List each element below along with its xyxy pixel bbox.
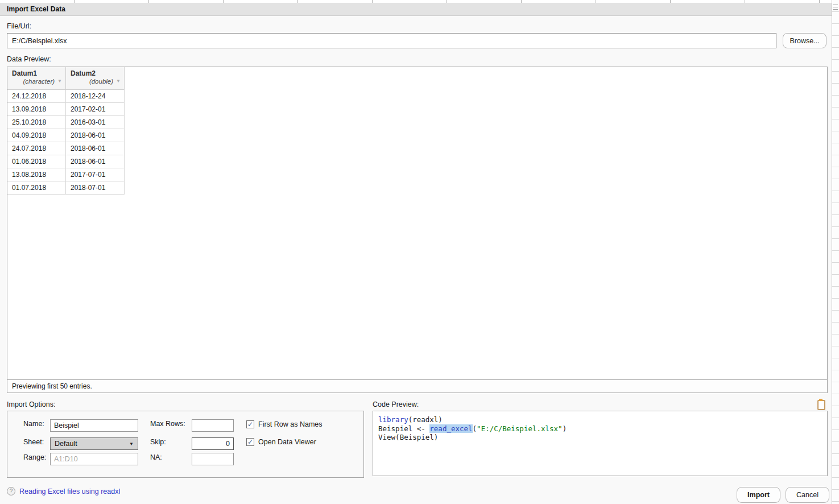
table-cell: 13.08.2018 [7,168,66,181]
help-row: ? Reading Excel files using readxl [7,487,120,495]
checkbox-label: First Row as Names [258,420,323,428]
file-url-label: File/Url: [7,22,31,30]
preview-status-text: Previewing first 50 entries. [7,379,827,393]
max-rows-label: Max Rows: [150,420,185,428]
name-label: Name: [23,420,44,428]
skip-input[interactable] [192,437,234,450]
dialog-titlebar: Import Excel Data [0,3,832,16]
table-cell: 2018-06-01 [66,155,125,168]
table-cell: 24.07.2018 [7,142,66,155]
browse-button[interactable]: Browse... [783,33,826,48]
table-cell: 2016-03-01 [66,116,125,129]
table-column-datum1: Datum1 (character) ▼ 24.12.2018 13.09.20… [7,67,66,195]
help-icon[interactable]: ? [7,487,15,495]
table-cell: 2018-12-24 [66,90,125,103]
highlighted-function: read_excel [429,424,472,433]
data-preview-panel: Datum1 (character) ▼ 24.12.2018 13.09.20… [7,67,828,393]
table-cell: 04.09.2018 [7,129,66,142]
cancel-button[interactable]: Cancel [786,487,829,503]
range-input[interactable] [50,453,138,465]
sheet-label: Sheet: [23,438,44,446]
code-preview-panel: library(readxl) Beispiel <- read_excel("… [373,411,828,476]
table-cell: 01.07.2018 [7,181,66,195]
checkbox-checked-icon: ✓ [246,420,254,428]
code-line: library(readxl) Beispiel <- read_excel("… [378,415,567,441]
import-options-panel: Name: Sheet: Default ▼ Range: Max Rows: … [7,411,364,478]
column-type: (double) [89,78,113,85]
table-cell: 13.09.2018 [7,103,66,116]
table-cell: 25.10.2018 [7,116,66,129]
import-options-label: Import Options: [7,400,55,408]
na-label: NA: [150,453,162,461]
table-cell: 2018-06-01 [66,142,125,155]
table-cell: 01.06.2018 [7,155,66,168]
background-spreadsheet-right-edge [832,0,839,504]
column-name: Datum1 [12,69,62,78]
copy-code-clipboard-icon[interactable] [817,400,825,410]
readxl-help-link[interactable]: Reading Excel files using readxl [19,488,120,495]
import-excel-dialog: Import Excel Data File/Url: Browse... Da… [0,3,832,504]
max-rows-input[interactable] [192,419,234,432]
code-preview-label: Code Preview: [373,400,419,408]
file-url-input[interactable] [7,33,776,48]
table-cell: 24.12.2018 [7,90,66,103]
import-button[interactable]: Import [737,487,780,503]
data-preview-label: Data Preview: [7,55,51,63]
first-row-as-names-checkbox[interactable]: ✓ First Row as Names [246,420,323,428]
column-name: Datum2 [71,69,121,78]
preview-table: Datum1 (character) ▼ 24.12.2018 13.09.20… [7,67,125,195]
column-menu-icon[interactable]: ▼ [116,79,121,84]
code-line: Beispiel <- read_excel("E:/C/Beispiel.xl… [378,424,567,433]
column-type: (character) [23,78,55,85]
table-cell: 2018-06-01 [66,129,125,142]
na-input[interactable] [192,453,234,465]
column-header-datum1[interactable]: Datum1 (character) ▼ [7,67,66,90]
column-menu-icon[interactable]: ▼ [57,79,62,84]
sheet-select[interactable]: Default ▼ [50,437,138,450]
table-cell: 2018-07-01 [66,181,125,195]
dialog-title: Import Excel Data [7,5,65,13]
code-line: View(Beispiel) [378,433,438,441]
checkbox-checked-icon: ✓ [246,438,254,446]
name-input[interactable] [50,419,138,432]
range-label: Range: [23,453,46,461]
open-data-viewer-checkbox[interactable]: ✓ Open Data Viewer [246,438,316,446]
table-cell: 2017-07-01 [66,168,125,181]
chevron-down-icon: ▼ [129,441,134,447]
column-header-datum2[interactable]: Datum2 (double) ▼ [66,67,125,90]
background-gridline-marks [833,5,838,11]
checkbox-label: Open Data Viewer [258,438,316,446]
sheet-selected-value: Default [55,440,77,448]
table-cell: 2017-02-01 [66,103,125,116]
table-column-datum2: Datum2 (double) ▼ 2018-12-24 2017-02-01 … [66,67,125,195]
skip-label: Skip: [150,438,166,446]
